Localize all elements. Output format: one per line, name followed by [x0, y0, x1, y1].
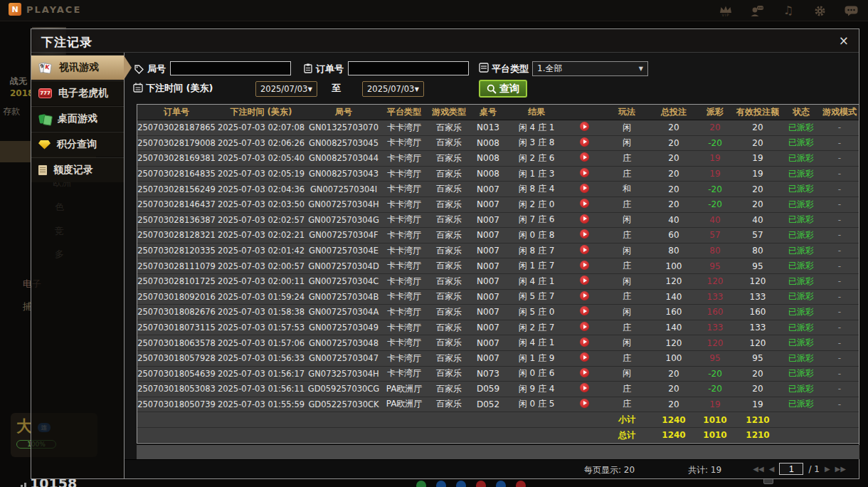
cell-result: 闲 5 庄 7	[506, 290, 567, 303]
cell-status: 已派彩	[780, 276, 822, 288]
replay-play-icon[interactable]	[567, 168, 601, 179]
replay-play-icon[interactable]	[567, 245, 601, 256]
cell-platform: 卡卡湾厅	[381, 214, 428, 226]
table-row: 2507030180920162025-07-03 01:59:24GN0072…	[137, 290, 859, 305]
replay-play-icon[interactable]	[567, 122, 601, 133]
replay-play-icon[interactable]	[567, 152, 601, 164]
cell-total_bet: 20	[652, 153, 695, 163]
replay-play-icon[interactable]	[567, 137, 601, 149]
replay-play-icon[interactable]	[567, 276, 601, 287]
cell-table: N008	[470, 169, 506, 179]
music-icon[interactable]: ♫	[781, 3, 795, 19]
cell-payout: 57	[695, 230, 735, 240]
platform-type-select[interactable]: 1.全部 ▼	[532, 61, 648, 76]
page-number-input[interactable]	[779, 463, 803, 475]
vip-crown-icon[interactable]: VIP	[719, 3, 733, 19]
table-row: 2507030281203352025-07-03 02:01:42GN0072…	[137, 244, 859, 259]
prev-page-icon[interactable]: ◀	[769, 466, 775, 473]
cell-status: 已派彩	[780, 337, 822, 349]
replay-play-icon[interactable]	[567, 214, 601, 226]
menu-item-points[interactable]: 积分查询	[31, 132, 124, 157]
table-row: 2507030180579282025-07-03 01:56:33GN0072…	[137, 351, 859, 367]
cell-game: 百家乐	[428, 306, 470, 318]
modal-menu: 9K 视讯游戏 777 电子老虎机 桌面游戏 积分查询 额度记录	[31, 53, 124, 478]
settings-gear-icon[interactable]	[813, 3, 827, 19]
menu-item-slots[interactable]: 777 电子老虎机	[31, 80, 124, 105]
replay-play-icon[interactable]	[567, 322, 601, 333]
replay-play-icon[interactable]	[567, 337, 601, 349]
calendar-icon	[133, 82, 143, 95]
header-cell: 桌号	[470, 106, 506, 118]
header-cell: 平台类型	[381, 106, 428, 118]
cell-payout: 133	[695, 323, 735, 332]
cell-valid_bet: 120	[735, 338, 780, 348]
cell-time: 2025-07-03 01:57:53	[216, 323, 307, 332]
cell-mode: -	[822, 384, 857, 394]
cell-table: N007	[470, 338, 506, 348]
replay-play-icon[interactable]	[567, 199, 601, 210]
cell-mode: -	[822, 369, 857, 379]
search-button[interactable]: 查询	[479, 80, 527, 98]
cell-round: GN0072570304E	[307, 246, 381, 256]
replay-play-icon[interactable]	[567, 184, 601, 195]
table-row: 2507030180826762025-07-03 01:58:38GN0072…	[137, 305, 859, 320]
cell-total_bet: 100	[652, 353, 695, 363]
badge-green	[416, 481, 426, 487]
cell-total_bet: 40	[652, 215, 695, 225]
badge-red	[476, 481, 486, 487]
horizontal-scrollbar[interactable]	[137, 445, 859, 459]
pagination: ◀◀ ◀ / 1 ▶ ▶▶	[753, 463, 846, 475]
replay-play-icon[interactable]	[567, 352, 601, 364]
replay-play-icon[interactable]	[567, 229, 601, 241]
cell-table: D059	[470, 384, 506, 394]
cell-result: 闲 5 庄 0	[506, 306, 567, 318]
cell-status: 已派彩	[780, 168, 822, 180]
cell-bet_type: 庄	[601, 168, 652, 180]
cell-order: 250703018063578	[137, 338, 216, 348]
replay-play-icon[interactable]	[567, 383, 601, 394]
menu-item-live-games[interactable]: 9K 视讯游戏	[31, 55, 124, 80]
cell-status: 已派彩	[780, 306, 822, 318]
header-cell: 下注时间 (美东)	[216, 106, 307, 118]
badge-blue	[496, 481, 506, 487]
round-number-input[interactable]	[170, 61, 291, 75]
table-row: 2507030180731152025-07-03 01:57:53GN0072…	[137, 320, 859, 336]
cell-round: GN00725703048	[307, 338, 381, 348]
replay-play-icon[interactable]	[567, 368, 601, 379]
next-page-icon[interactable]: ▶	[825, 466, 830, 473]
replay-play-icon[interactable]	[567, 261, 601, 272]
last-page-icon[interactable]: ▶▶	[835, 466, 846, 473]
menu-item-table-games[interactable]: 桌面游戏	[31, 106, 124, 131]
cell-game: 百家乐	[428, 168, 470, 180]
replay-play-icon[interactable]	[567, 399, 601, 410]
cell-valid_bet: 95	[735, 261, 780, 271]
total-count-label: 共计: 19	[688, 464, 721, 476]
bars-icon	[17, 483, 26, 487]
cell-mode: -	[822, 323, 857, 332]
close-icon[interactable]: ×	[839, 33, 849, 48]
cell-time: 2025-07-03 02:01:42	[216, 246, 307, 256]
cell-result: 闲 4 庄 1	[506, 122, 567, 134]
cell-status: 已派彩	[780, 122, 822, 134]
cell-time: 2025-07-03 01:57:06	[216, 338, 307, 348]
cell-time: 2025-07-03 02:07:08	[216, 122, 307, 132]
cell-payout: 133	[695, 292, 735, 302]
order-number-input[interactable]	[348, 61, 469, 75]
menu-item-credit-records[interactable]: 额度记录	[31, 157, 124, 182]
bet-time-label: 下注时间 (美东)	[146, 82, 213, 95]
replay-play-icon[interactable]	[567, 306, 601, 318]
topbar-icons: VIP ♫	[719, 0, 858, 21]
date-to-picker[interactable]: 2025/07/03 ▼	[362, 81, 424, 97]
cell-valid_bet: 20	[735, 369, 780, 379]
customer-service-icon[interactable]	[750, 3, 764, 19]
cell-valid_bet: 20	[735, 384, 780, 394]
date-from-picker[interactable]: 2025/07/03 ▼	[255, 81, 317, 97]
chat-bubble-icon[interactable]	[844, 3, 858, 19]
first-page-icon[interactable]: ◀◀	[753, 466, 763, 473]
top-bar: N PLAYACE VIP ♫	[0, 0, 868, 21]
playace-logo-text: PLAYACE	[26, 4, 81, 15]
cell-mode: -	[822, 399, 857, 409]
cell-platform: 卡卡湾厅	[381, 322, 428, 334]
replay-play-icon[interactable]	[567, 291, 601, 303]
cell-game: 百家乐	[428, 229, 470, 241]
